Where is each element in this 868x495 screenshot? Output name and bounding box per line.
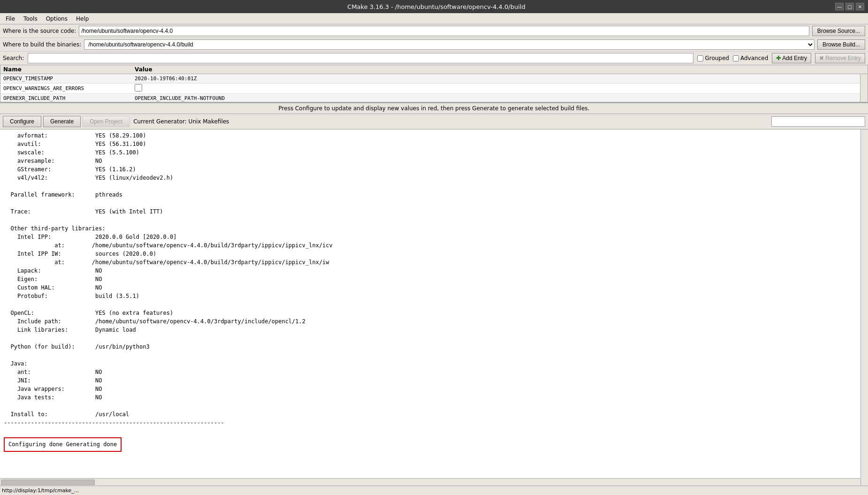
remove-icon: ✖	[819, 55, 824, 61]
variable-table: Name Value OPENCV_TIMESTAMP 2020-10-19T0…	[0, 65, 868, 102]
menu-tools[interactable]: Tools	[20, 15, 41, 23]
generate-button[interactable]: Generate	[43, 116, 81, 127]
bottom-scrollbar[interactable]	[0, 478, 860, 486]
config-section: Where is the source code: Browse Source.…	[0, 24, 868, 103]
search-input[interactable]	[28, 53, 693, 63]
add-entry-label: Add Entry	[782, 55, 807, 61]
col-name-header: Name	[3, 66, 135, 73]
advanced-checkbox-label: Advanced	[733, 55, 768, 61]
advanced-checkbox[interactable]	[733, 55, 739, 61]
var-name-2: OPENEXR_INCLUDE_PATH	[3, 95, 135, 101]
table-row: OPENCV_TIMESTAMP 2020-10-19T06:40:01Z	[0, 74, 860, 84]
plus-icon: ✚	[776, 55, 781, 61]
table-row: OPENCV_WARNINGS_ARE_ERRORS	[0, 84, 860, 94]
var-value-2: OPENEXR_INCLUDE_PATH-NOTFOUND	[135, 95, 857, 101]
status-url: http://display:1/tmp/cmake_...	[2, 487, 79, 494]
menu-help[interactable]: Help	[72, 15, 92, 23]
var-value-1	[135, 84, 857, 93]
browse-build-button[interactable]: Browse Build...	[817, 39, 865, 50]
var-value-0: 2020-10-19T06:40:01Z	[135, 76, 857, 82]
titlebar-title: CMake 3.16.3 - /home/ubuntu/software/ope…	[347, 3, 525, 10]
col-value-header: Value	[135, 66, 865, 73]
source-row: Where is the source code: Browse Source.…	[0, 24, 868, 38]
main-content: avformat: YES (58.29.100) avutil: YES (5…	[0, 129, 868, 486]
output-filter-input[interactable]	[771, 116, 865, 127]
output-vscrollbar[interactable]	[860, 129, 868, 486]
search-row: Search: Grouped Advanced ✚ Add Entry ✖ R…	[0, 52, 868, 65]
build-select[interactable]: /home/ubuntu/software/opencv-4.4.0/build	[84, 39, 815, 50]
close-button[interactable]: ✕	[856, 3, 864, 10]
browse-source-button[interactable]: Browse Source...	[812, 26, 865, 36]
menu-file[interactable]: File	[2, 15, 19, 23]
generator-text: Current Generator: Unix Makefiles	[133, 118, 229, 125]
grouped-label: Grouped	[705, 55, 729, 61]
titlebar: CMake 3.16.3 - /home/ubuntu/software/ope…	[0, 0, 868, 13]
titlebar-controls: — □ ✕	[835, 3, 868, 10]
h-scroll-thumb[interactable]	[1, 480, 95, 485]
menubar: File Tools Options Help	[0, 13, 868, 24]
menu-options[interactable]: Options	[42, 15, 71, 23]
var-name-0: OPENCV_TIMESTAMP	[3, 76, 135, 82]
output-area[interactable]: avformat: YES (58.29.100) avutil: YES (5…	[0, 129, 860, 478]
configure-button[interactable]: Configure	[3, 116, 41, 127]
table-header: Name Value	[0, 65, 868, 74]
build-row: Where to build the binaries: /home/ubunt…	[0, 38, 868, 52]
grouped-checkbox-label: Grouped	[697, 55, 729, 61]
open-project-button[interactable]: Open Project	[83, 116, 129, 127]
source-label: Where is the source code:	[3, 28, 76, 34]
advanced-label: Advanced	[740, 55, 768, 61]
search-label: Search:	[3, 55, 24, 61]
status-line: http://display:1/tmp/cmake_...	[0, 486, 868, 495]
h-scroll-track	[1, 480, 860, 485]
output-wrapper: avformat: YES (58.29.100) avutil: YES (5…	[0, 129, 860, 486]
status-message: Press Configure to update and display ne…	[279, 105, 590, 112]
button-bar: Configure Generate Open Project Current …	[0, 114, 868, 129]
grouped-checkbox[interactable]	[697, 55, 703, 61]
remove-entry-label: Remove Entry	[825, 55, 861, 61]
build-label: Where to build the binaries:	[3, 41, 81, 48]
configuring-done-box: Configuring done Generating done	[4, 437, 122, 452]
add-entry-button[interactable]: ✚ Add Entry	[772, 53, 811, 63]
configuring-done-text: Configuring done Generating done	[8, 441, 117, 448]
remove-entry-button[interactable]: ✖ Remove Entry	[815, 53, 865, 63]
source-input[interactable]	[79, 26, 809, 36]
output-text: avformat: YES (58.29.100) avutil: YES (5…	[4, 131, 857, 435]
status-bar: Press Configure to update and display ne…	[0, 103, 868, 114]
minimize-button[interactable]: —	[835, 3, 844, 10]
var-checkbox-1[interactable]	[135, 84, 142, 91]
var-name-1: OPENCV_WARNINGS_ARE_ERRORS	[3, 85, 135, 91]
maximize-button[interactable]: □	[845, 3, 854, 10]
table-vscrollbar[interactable]	[860, 74, 868, 102]
table-row: OPENEXR_INCLUDE_PATH OPENEXR_INCLUDE_PAT…	[0, 94, 860, 102]
